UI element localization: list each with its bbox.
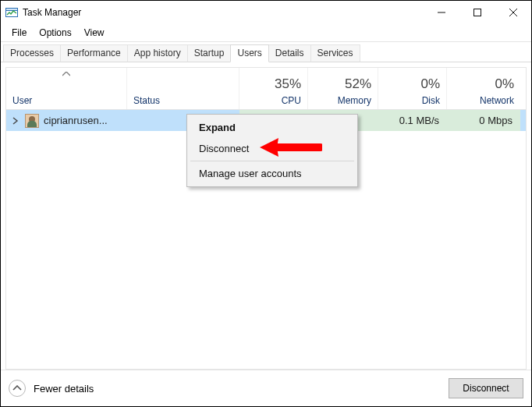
column-header-cpu[interactable]: 35% CPU: [239, 68, 308, 109]
column-label: User: [12, 95, 120, 106]
context-menu-expand[interactable]: Expand: [190, 117, 355, 138]
menu-view[interactable]: View: [78, 26, 111, 40]
column-header-network[interactable]: 0% Network: [447, 68, 520, 109]
divider: [190, 161, 354, 161]
column-label: Disk: [422, 95, 440, 106]
column-header-user[interactable]: User: [6, 68, 127, 109]
divider: [1, 41, 531, 42]
cell-disk: 0.1 MB/s: [378, 110, 447, 131]
column-label: Network: [480, 95, 514, 106]
column-header-disk[interactable]: 0% Disk: [378, 68, 447, 109]
column-header-status[interactable]: Status: [127, 68, 239, 109]
network-value: 0 Mbps: [479, 115, 512, 126]
user-context-menu: Expand Disconnect Manage user accounts: [186, 114, 358, 187]
sort-indicator-icon: [6, 69, 126, 78]
context-menu-disconnect[interactable]: Disconnect: [190, 138, 355, 159]
column-label: Status: [133, 95, 232, 106]
user-name: ciprianrusen...: [44, 115, 108, 126]
context-menu-manage[interactable]: Manage user accounts: [190, 163, 355, 184]
tab-bar: Processes Performance App history Startu…: [1, 44, 531, 62]
task-manager-icon: [5, 6, 18, 19]
fewer-details-link[interactable]: Fewer details: [34, 383, 94, 395]
svg-rect-1: [6, 8, 18, 10]
svg-rect-2: [474, 9, 481, 16]
tab-performance[interactable]: Performance: [60, 44, 128, 62]
window-title: Task Manager: [23, 7, 81, 18]
maximize-button[interactable]: [459, 1, 495, 24]
task-manager-window: Task Manager File Options View Processes…: [0, 0, 532, 407]
column-label: CPU: [282, 95, 301, 106]
expand-chevron-icon[interactable]: [11, 117, 20, 125]
column-value: 52%: [345, 76, 371, 92]
tab-processes[interactable]: Processes: [3, 44, 61, 62]
content-area: User Status 35% CPU 52% Memory 0% Disk: [1, 62, 531, 370]
close-button[interactable]: [495, 1, 531, 24]
tab-details[interactable]: Details: [268, 44, 311, 62]
disconnect-button[interactable]: Disconnect: [449, 378, 523, 398]
button-label: Disconnect: [463, 383, 509, 394]
menu-file[interactable]: File: [5, 26, 33, 40]
user-avatar-icon: [25, 114, 39, 128]
tab-startup[interactable]: Startup: [187, 44, 232, 62]
menu-options[interactable]: Options: [33, 26, 77, 40]
column-header-memory[interactable]: 52% Memory: [308, 68, 378, 109]
disk-value: 0.1 MB/s: [399, 115, 439, 126]
tab-users[interactable]: Users: [230, 44, 268, 62]
column-headers: User Status 35% CPU 52% Memory 0% Disk: [6, 68, 526, 110]
cell-network: 0 Mbps: [447, 110, 520, 131]
tab-app-history[interactable]: App history: [127, 44, 188, 62]
column-value: 35%: [275, 76, 301, 92]
tab-services[interactable]: Services: [310, 44, 360, 62]
title-bar: Task Manager: [1, 1, 531, 24]
minimize-button[interactable]: [424, 1, 459, 24]
column-label: Memory: [338, 95, 371, 106]
column-value: 0%: [495, 76, 514, 92]
users-grid: User Status 35% CPU 52% Memory 0% Disk: [5, 67, 527, 370]
column-value: 0%: [420, 76, 440, 92]
menu-bar: File Options View: [1, 24, 531, 41]
cell-user: ciprianrusen...: [6, 110, 127, 131]
footer: Fewer details Disconnect: [1, 370, 531, 406]
fewer-details-icon[interactable]: [9, 380, 26, 397]
